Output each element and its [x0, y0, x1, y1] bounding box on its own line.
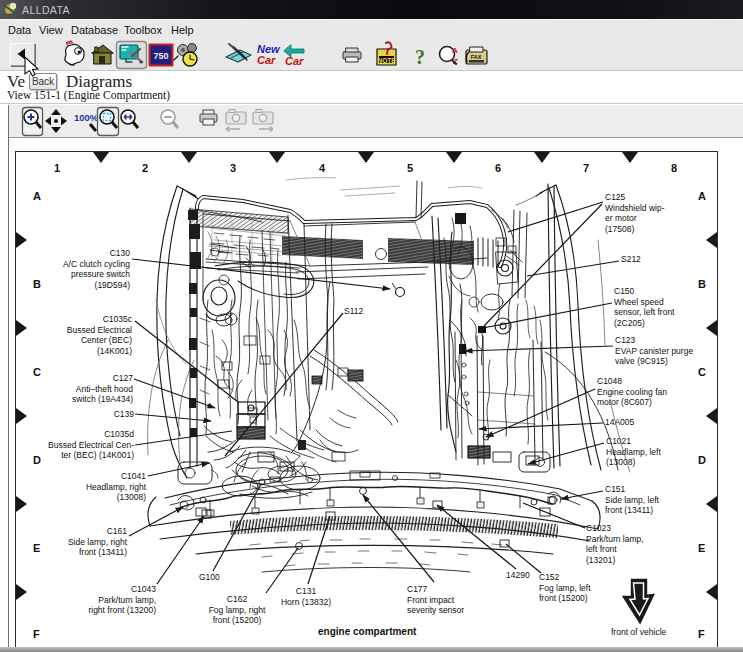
svg-text:FAX: FAX	[471, 54, 482, 60]
svg-text:Car: Car	[257, 54, 276, 66]
svg-text:A: A	[452, 46, 458, 55]
svg-text:Car: Car	[285, 55, 304, 67]
svg-text:NOTE: NOTE	[377, 57, 396, 64]
svg-text:100%: 100%	[74, 112, 99, 123]
svg-text:750: 750	[153, 51, 168, 61]
svg-text:?: ?	[415, 46, 425, 68]
